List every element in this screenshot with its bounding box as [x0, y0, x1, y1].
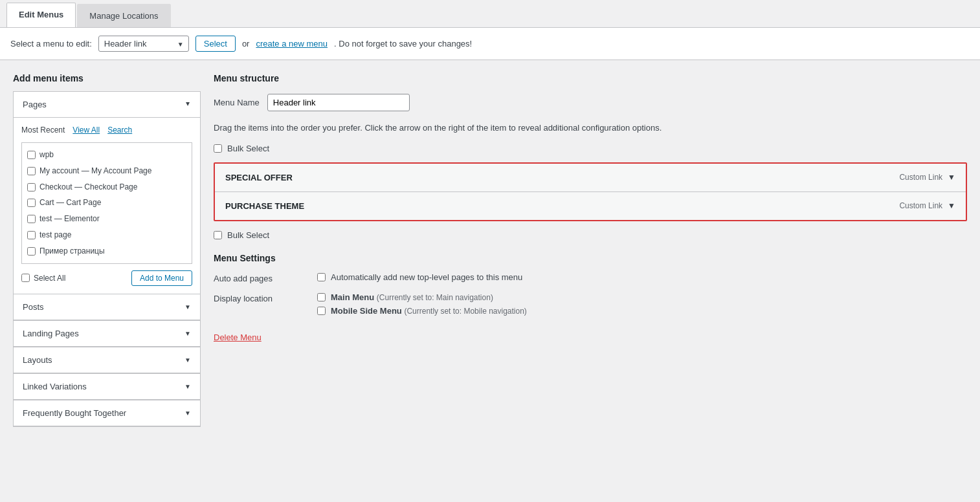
page-label-wpb[interactable]: wpb [39, 149, 54, 160]
pages-accordion-header[interactable]: Pages ▲ [14, 92, 200, 118]
menu-name-row: Menu Name [214, 94, 967, 111]
menu-settings: Menu Settings Auto add pages Automatical… [214, 253, 967, 342]
auto-add-pages-option: Automatically add new top-level pages to… [317, 272, 967, 282]
pages-tab-view-all[interactable]: View All [72, 126, 100, 135]
linked-variations-accordion-header[interactable]: Linked Variations ▼ [14, 374, 200, 400]
top-bar: Select a menu to edit: Header link ▼ Sel… [0, 28, 980, 60]
menu-item-expand-icon-special-offer[interactable]: ▼ [948, 173, 955, 182]
layouts-accordion-label: Layouts [23, 355, 52, 365]
pages-tab-search[interactable]: Search [107, 126, 132, 135]
menu-item-special-offer: SPECIAL OFFER Custom Link ▼ [215, 164, 966, 192]
page-checkbox-myaccount[interactable] [27, 167, 36, 175]
bulk-select-top-row: Bulk Select [214, 144, 967, 153]
menu-item-expand-icon-purchase-theme[interactable]: ▼ [948, 201, 955, 210]
list-item: Cart — Cart Page [22, 195, 192, 211]
main-menu-option-label[interactable]: Main Menu (Currently set to: Main naviga… [331, 292, 493, 302]
add-menu-items-heading: Add menu items [13, 73, 201, 83]
linked-variations-accordion: Linked Variations ▼ [13, 373, 201, 400]
tab-edit-menus[interactable]: Edit Menus [6, 3, 76, 27]
auto-add-pages-label: Auto add pages [214, 272, 317, 283]
bulk-select-bottom-checkbox[interactable] [214, 231, 222, 239]
page-checkbox-test-page[interactable] [27, 231, 36, 239]
page-checkbox-wpb[interactable] [27, 151, 36, 159]
frequently-bought-together-accordion: Frequently Bought Together ▼ [13, 400, 201, 427]
page-checkbox-primer[interactable] [27, 247, 36, 256]
select-all-checkbox[interactable] [21, 274, 30, 282]
bulk-select-top-checkbox[interactable] [214, 144, 222, 153]
posts-accordion-header[interactable]: Posts ▼ [14, 294, 200, 320]
top-tabs-bar: Edit Menus Manage Locations [0, 0, 980, 28]
right-panel: Menu structure Menu Name Drag the items … [214, 73, 967, 427]
save-note: . Do not forget to save your changes! [334, 39, 472, 49]
select-button[interactable]: Select [195, 36, 236, 52]
main-menu-checkbox[interactable] [317, 293, 326, 301]
page-label-test-elementor[interactable]: test — Elementor [39, 213, 100, 224]
linked-variations-expand-icon: ▼ [184, 383, 191, 390]
list-item: wpb [22, 147, 192, 163]
auto-add-pages-options: Automatically add new top-level pages to… [317, 272, 967, 286]
pages-tab-most-recent: Most Recent [21, 126, 65, 135]
mobile-side-menu-option-label[interactable]: Mobile Side Menu (Currently set to: Mobi… [331, 306, 527, 316]
menu-select-wrapper: Header link ▼ [98, 36, 189, 52]
mobile-side-menu-note: (Currently set to: Mobile navigation) [404, 307, 526, 316]
menu-item-purchase-theme: PURCHASE THEME Custom Link ▼ [215, 192, 966, 220]
page-label-primer[interactable]: Пример страницы [39, 246, 105, 257]
or-text: or [242, 39, 250, 49]
landing-pages-accordion-header[interactable]: Landing Pages ▼ [14, 321, 200, 347]
posts-accordion-label: Posts [23, 302, 44, 312]
drag-instructions: Drag the items into the order you prefer… [214, 122, 967, 135]
display-location-options: Main Menu (Currently set to: Main naviga… [317, 292, 967, 320]
add-to-menu-button[interactable]: Add to Menu [131, 270, 192, 286]
list-item: test page [22, 227, 192, 243]
linked-variations-accordion-label: Linked Variations [23, 382, 87, 391]
layouts-accordion-header[interactable]: Layouts ▼ [14, 347, 200, 373]
frequently-bought-together-accordion-label: Frequently Bought Together [23, 408, 126, 418]
create-new-menu-link[interactable]: create a new menu [256, 39, 328, 49]
page-checkbox-cart[interactable] [27, 199, 36, 207]
page-label-myaccount[interactable]: My account — My Account Page [39, 166, 151, 177]
list-item: test — Elementor [22, 211, 192, 227]
select-menu-label: Select a menu to edit: [10, 39, 92, 49]
page-checkbox-test-elementor[interactable] [27, 215, 36, 223]
mobile-side-menu-checkbox[interactable] [317, 307, 326, 315]
layouts-expand-icon: ▼ [184, 356, 191, 364]
landing-pages-expand-icon: ▼ [184, 330, 191, 337]
menu-item-right-purchase-theme: Custom Link ▼ [899, 201, 955, 210]
bulk-select-top-label[interactable]: Bulk Select [227, 144, 269, 153]
menu-name-input[interactable] [267, 94, 410, 111]
menu-item-title-special-offer: SPECIAL OFFER [225, 173, 293, 182]
posts-expand-icon: ▼ [184, 303, 191, 311]
pages-footer: Select All Add to Menu [21, 270, 192, 286]
left-panel: Add menu items Pages ▲ Most Recent View … [13, 73, 201, 427]
page-label-checkout[interactable]: Checkout — Checkout Page [39, 182, 137, 193]
pages-collapse-icon: ▲ [184, 101, 191, 108]
main-menu-note: (Currently set to: Main navigation) [377, 293, 493, 302]
pages-accordion-label: Pages [23, 100, 47, 109]
bulk-select-bottom-row: Bulk Select [214, 230, 967, 240]
landing-pages-accordion-label: Landing Pages [23, 329, 79, 338]
bulk-select-bottom-label[interactable]: Bulk Select [227, 230, 269, 240]
menu-dropdown[interactable]: Header link [98, 36, 189, 52]
mobile-side-menu-option: Mobile Side Menu (Currently set to: Mobi… [317, 306, 967, 316]
select-all-row: Select All [21, 274, 65, 283]
auto-add-pages-checkbox[interactable] [317, 273, 326, 281]
display-location-row: Display location Main Menu (Currently se… [214, 292, 967, 320]
menu-item-right-special-offer: Custom Link ▼ [899, 173, 955, 182]
frequently-bought-together-accordion-header[interactable]: Frequently Bought Together ▼ [14, 400, 200, 426]
pages-tabs-row: Most Recent View All Search [21, 126, 192, 135]
page-label-test-page[interactable]: test page [39, 230, 71, 241]
menu-item-title-purchase-theme: PURCHASE THEME [225, 201, 304, 211]
page-checkbox-checkout[interactable] [27, 183, 36, 191]
list-item: Пример страницы [22, 243, 192, 259]
select-all-label[interactable]: Select All [34, 274, 65, 283]
delete-menu-link[interactable]: Delete Menu [214, 333, 262, 342]
posts-accordion: Posts ▼ [13, 294, 201, 321]
frequently-bought-together-expand-icon: ▼ [184, 409, 191, 417]
auto-add-pages-option-label[interactable]: Automatically add new top-level pages to… [331, 272, 522, 282]
list-item: My account — My Account Page [22, 163, 192, 179]
layouts-accordion: Layouts ▼ [13, 347, 201, 374]
tab-manage-locations[interactable]: Manage Locations [77, 4, 170, 27]
display-location-label: Display location [214, 292, 317, 303]
page-label-cart[interactable]: Cart — Cart Page [39, 197, 101, 208]
menu-structure-heading: Menu structure [214, 73, 967, 83]
